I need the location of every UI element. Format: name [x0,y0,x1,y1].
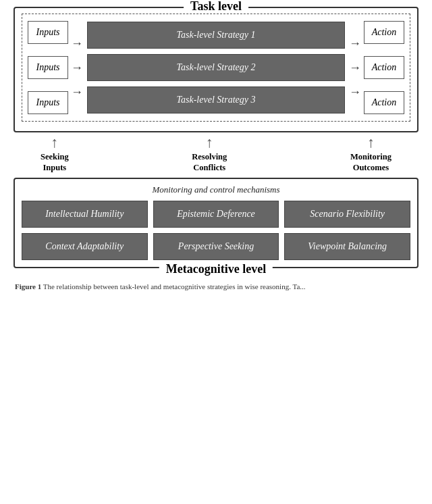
input-box-1: Inputs [28,21,68,44]
action-box-3: Action [364,91,404,114]
main-container: Task level Inputs Inputs Inputs → → → Ta… [14,7,418,292]
arrow-right-5: → [349,61,361,74]
task-level-label: Task level [184,0,248,14]
seeking-label: SeekingInputs [40,151,69,174]
dashed-arrow-seeking: ↑ [51,135,58,150]
arrow-right-3: → [71,86,83,98]
meta-box-epistemic-deference: Epistemic Deference [153,201,279,228]
inputs-column: Inputs Inputs Inputs [28,21,68,114]
dashed-arrow-resolving: ↑ [206,135,213,150]
task-inner: Inputs Inputs Inputs → → → Task-level St… [22,14,410,122]
strategies-column: Task-level Strategy 1 Task-level Strateg… [87,22,345,114]
caption-text: The relationship between task-level and … [41,282,305,291]
meta-section: Monitoring and control mechanisms Intell… [14,178,418,268]
resolving-label: ResolvingConflicts [192,151,227,174]
meta-box-context-adaptability: Context Adaptability [22,233,148,260]
task-level-section: Task level Inputs Inputs Inputs → → → Ta… [14,7,418,132]
input-box-2: Inputs [28,56,68,79]
below-task-resolving: ↑ ResolvingConflicts [192,135,227,174]
arrows-left-col: → → → [71,37,83,98]
caption-bold: Figure 1 [15,282,41,291]
monitoring-control-label: Monitoring and control mechanisms [22,184,410,195]
meta-box-perspective-seeking: Perspective Seeking [153,233,279,260]
meta-box-scenario-flexibility: Scenario Flexibility [284,201,410,228]
meta-box-viewpoint-balancing: Viewpoint Balancing [284,233,410,260]
actions-column: Action Action Action [364,21,404,114]
meta-level-label: Metacognitive level [159,262,273,276]
strategy-box-2: Task-level Strategy 2 [87,54,345,81]
strategy-box-1: Task-level Strategy 1 [87,22,345,49]
arrow-right-6: → [349,86,361,98]
arrow-right-1: → [71,37,83,49]
dashed-arrow-monitoring: ↑ [367,135,375,150]
arrow-right-4: → [349,37,361,49]
arrows-right-col: → → → [349,37,361,98]
input-box-3: Inputs [28,91,68,114]
action-box-2: Action [364,56,404,79]
monitoring-label: MonitoringOutcomes [350,151,392,174]
below-task-area: ↑ SeekingInputs ↑ ResolvingConflicts ↑ M… [34,132,398,176]
below-task-monitoring: ↑ MonitoringOutcomes [350,135,392,174]
action-box-1: Action [364,21,404,44]
strategy-box-3: Task-level Strategy 3 [87,86,345,114]
meta-grid: Intellectual Humility Epistemic Deferenc… [22,201,410,260]
meta-box-intellectual-humility: Intellectual Humility [22,201,148,228]
figure-caption: Figure 1 The relationship between task-l… [14,282,418,292]
arrow-right-2: → [71,61,83,74]
below-task-seeking: ↑ SeekingInputs [40,135,69,174]
